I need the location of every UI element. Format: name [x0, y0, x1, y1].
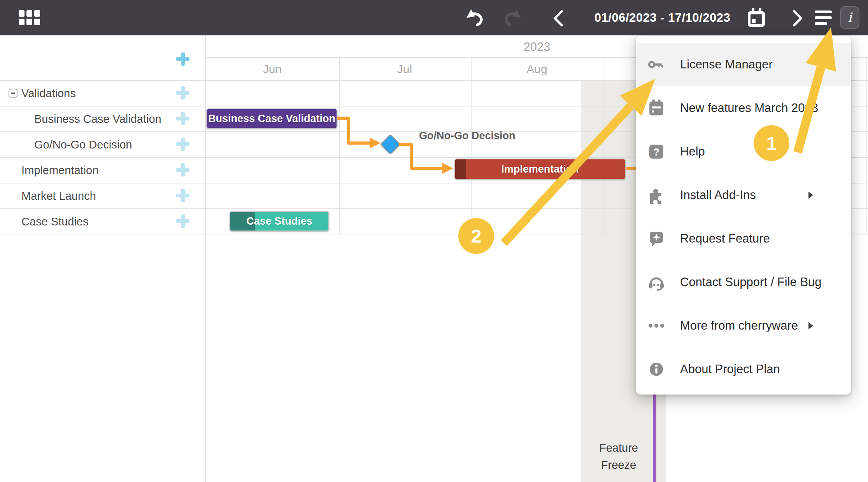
menu-item-install-add-ins[interactable]: Install Add-Ins: [636, 173, 851, 217]
chevron-left-icon: [553, 10, 563, 26]
info-button[interactable]: i: [840, 6, 859, 29]
toolbar: 01/06/2023 - 17/10/2023 i: [0, 0, 868, 35]
feature-request-icon: [648, 230, 665, 247]
sidebar-item-case-studies[interactable]: Case Studies: [21, 215, 89, 228]
menu-item-label: More from cherryware: [680, 319, 798, 333]
sidebar-item-market-launch[interactable]: Market Launch: [21, 190, 96, 203]
calendar-picker-button[interactable]: [746, 8, 766, 29]
undo-button[interactable]: [465, 8, 487, 28]
menu-item-label: License Manager: [680, 58, 773, 72]
step-2-badge: 2: [458, 218, 494, 254]
menu-item-label: Install Add-Ins: [680, 188, 756, 202]
gantt-bar-business-case-validation[interactable]: Business Case Validation: [206, 108, 337, 129]
feature-freeze-line1: Feature: [584, 439, 654, 456]
add-subtask-market-launch-button[interactable]: [176, 189, 189, 202]
add-subtask-go-no-go-button[interactable]: [176, 138, 189, 151]
add-subtask-business-case-button[interactable]: [176, 112, 189, 125]
hamburger-icon: [814, 10, 832, 26]
gantt-bar-implementation[interactable]: Implementation: [454, 159, 626, 180]
support-headset-icon: [648, 274, 665, 291]
more-dots-icon: [648, 317, 665, 334]
help-icon: ?: [648, 143, 665, 160]
menu-item-label: Help: [680, 145, 705, 159]
step-1-badge: 1: [754, 125, 789, 161]
sidebar-item-business-case-validation[interactable]: Business Case Validation: [34, 113, 161, 126]
puzzle-icon: [648, 187, 665, 204]
redo-button[interactable]: [500, 8, 522, 28]
menu-item-contact-support[interactable]: Contact Support / File Bug: [636, 260, 851, 304]
submenu-arrow-icon: [808, 191, 814, 199]
svg-text:?: ?: [653, 146, 659, 158]
menu-item-label: New features March 2023: [680, 101, 818, 115]
chevron-right-icon: [793, 10, 803, 26]
sidebar-item-go-no-go-decision[interactable]: Go/No-Go Decision: [34, 138, 132, 151]
menu-item-help[interactable]: ? Help: [636, 130, 851, 173]
sidebar-item-validations[interactable]: Validations: [21, 87, 76, 100]
main-menu-button[interactable]: [814, 9, 833, 27]
key-icon: [648, 56, 665, 73]
menu-item-new-features[interactable]: New features March 2023: [636, 86, 851, 130]
app-grid-icon[interactable]: [19, 10, 43, 25]
overflow-menu: License Manager New features March 2023 …: [636, 36, 851, 395]
progress-fill: [455, 159, 466, 179]
menu-item-label: Contact Support / File Bug: [680, 275, 822, 289]
prev-period-button[interactable]: [551, 9, 566, 27]
next-period-button[interactable]: [790, 9, 805, 27]
bar-label: Case Studies: [246, 215, 312, 227]
month-header-jun: Jun: [206, 63, 338, 76]
add-subtask-validations-button[interactable]: [176, 86, 189, 100]
feature-freeze-line2: Freeze: [584, 456, 654, 473]
gantt-bar-case-studies[interactable]: Case Studies: [230, 211, 329, 231]
month-header-aug: Aug: [471, 63, 603, 76]
undo-icon: [466, 9, 487, 27]
add-task-button[interactable]: [176, 52, 189, 66]
calendar-icon: [747, 8, 766, 28]
sidebar-divider: [205, 35, 206, 482]
feature-freeze-label: Feature Freeze: [584, 439, 654, 473]
add-subtask-case-studies-button[interactable]: [176, 215, 189, 228]
milestone-go-no-go[interactable]: [380, 134, 400, 154]
menu-item-label: Request Feature: [680, 232, 770, 246]
year-header: 2023: [498, 40, 576, 54]
milestone-label: Go/No-Go Decision: [419, 130, 516, 142]
month-header-jul: Jul: [338, 63, 471, 76]
sidebar-item-implementation[interactable]: Implementation: [21, 164, 98, 177]
redo-icon: [501, 9, 522, 27]
submenu-arrow-icon: [808, 322, 814, 330]
date-range[interactable]: 01/06/2023 - 17/10/2023: [586, 0, 739, 35]
menu-item-more-from-cherryware[interactable]: More from cherryware: [636, 304, 851, 348]
bar-label: Implementation: [501, 163, 579, 175]
menu-item-about-project-plan[interactable]: About Project Plan: [636, 348, 851, 391]
menu-item-license-manager[interactable]: License Manager: [636, 43, 851, 86]
about-info-icon: [648, 361, 665, 378]
menu-item-label: About Project Plan: [680, 362, 780, 376]
calendar-icon: [648, 100, 665, 117]
collapse-toggle-validations[interactable]: [9, 89, 18, 98]
menu-item-request-feature[interactable]: Request Feature: [636, 217, 851, 260]
add-subtask-implementation-button[interactable]: [176, 163, 189, 176]
bar-label: Business Case Validation: [208, 113, 335, 125]
